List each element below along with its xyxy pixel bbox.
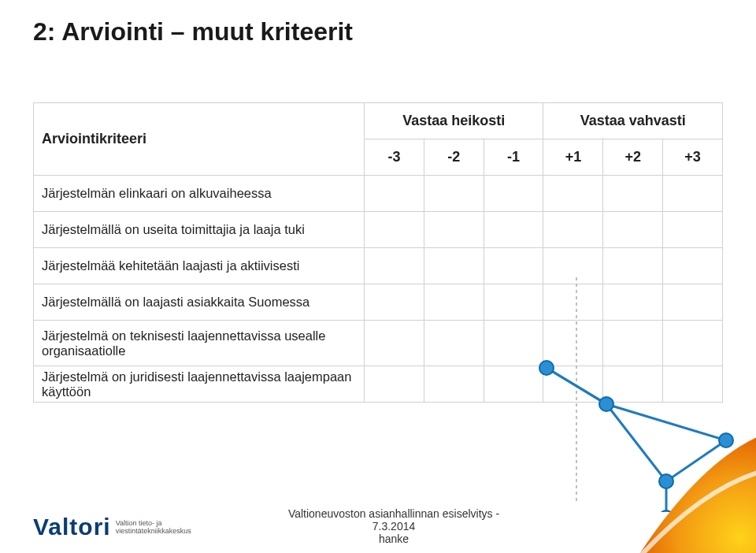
page-title: 2: Arviointi – muut kriteerit <box>33 17 353 46</box>
logo-text: Valtori <box>33 514 111 540</box>
tick-label: +2 <box>603 139 663 176</box>
row-label: Järjestelmällä on laajasti asiakkaita Su… <box>34 284 365 321</box>
table-row: Järjestelmällä on useita toimittajia ja … <box>34 212 723 248</box>
header-criteria: Arviointikriteeri <box>34 103 365 176</box>
tick-label: -3 <box>365 139 424 176</box>
table-row: Järjestelmä on juridisesti laajennettavi… <box>34 366 723 403</box>
footer: Valtori Valtion tieto- ja viestintätekni… <box>0 504 756 553</box>
tick-label: +3 <box>663 139 723 176</box>
row-label: Järjestelmä on teknisesti laajennettavis… <box>34 321 365 366</box>
table-row: Järjestelmä on teknisesti laajennettavis… <box>34 321 723 366</box>
row-label: Järjestelmällä on useita toimittajia ja … <box>34 212 365 248</box>
table-row: Järjestelmää kehitetään laajasti ja akti… <box>34 248 723 284</box>
logo: Valtori Valtion tieto- ja viestintätekni… <box>33 514 191 540</box>
logo-sub-line: viestintätekniikkakeskus <box>116 527 191 535</box>
row-label: Järjestelmä on juridisesti laajennettavi… <box>34 366 365 403</box>
header-strong: Vastaa vahvasti <box>543 103 723 139</box>
tick-label: +1 <box>543 139 603 176</box>
row-label: Järjestelmän elinkaari on alkuvaiheessa <box>34 176 365 212</box>
logo-sub-line: Valtion tieto- ja <box>116 519 162 527</box>
criteria-table: Arviointikriteeri Vastaa heikosti Vastaa… <box>33 102 723 403</box>
footer-line: Valtioneuvoston asianhallinnan esiselvit… <box>288 507 499 533</box>
tick-label: -1 <box>484 139 543 176</box>
logo-subtext: Valtion tieto- ja viestintätekniikkakesk… <box>116 519 191 535</box>
table-row: Järjestelmällä on laajasti asiakkaita Su… <box>34 284 723 321</box>
footer-text: Valtioneuvoston asianhallinnan esiselvit… <box>268 507 520 545</box>
row-label: Järjestelmää kehitetään laajasti ja akti… <box>34 248 365 284</box>
header-weak: Vastaa heikosti <box>365 103 543 139</box>
criteria-table-wrap: Arviointikriteeri Vastaa heikosti Vastaa… <box>33 102 723 403</box>
table-row: Järjestelmän elinkaari on alkuvaiheessa <box>34 176 723 212</box>
decor-swoosh-icon <box>614 411 756 553</box>
tick-label: -2 <box>424 139 484 176</box>
slide: 2: Arviointi – muut kriteerit Arviointik… <box>0 0 756 553</box>
footer-line: hanke <box>379 533 409 545</box>
